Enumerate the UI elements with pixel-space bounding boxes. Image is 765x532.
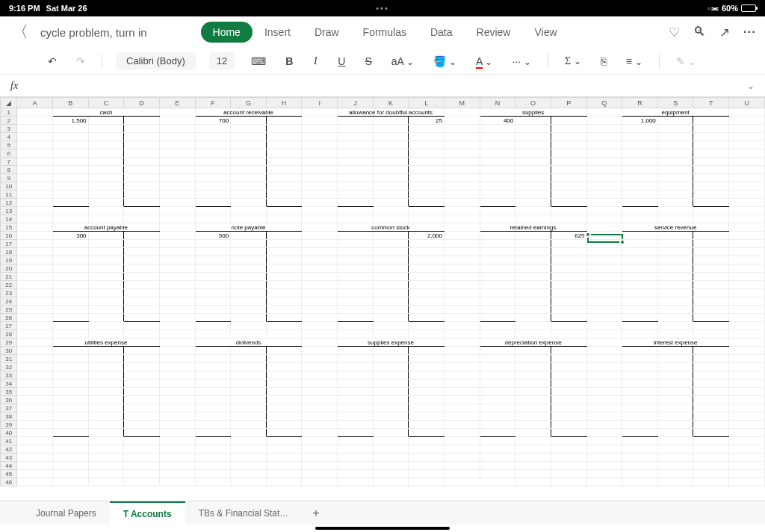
col-header-O[interactable]: O [515, 98, 551, 108]
cell-P9[interactable] [551, 174, 586, 182]
cell-T38[interactable] [693, 412, 729, 421]
cell-Q11[interactable] [586, 191, 622, 199]
cell-D37[interactable] [124, 404, 160, 412]
cell-J12[interactable] [338, 199, 374, 207]
cell-S25[interactable] [657, 306, 693, 314]
cell-C7[interactable] [88, 158, 124, 166]
cell-R6[interactable] [622, 149, 658, 158]
cell-O21[interactable] [515, 273, 551, 281]
cell-T14[interactable] [693, 215, 729, 223]
cell-N14[interactable] [480, 215, 515, 223]
cell-B26[interactable] [52, 314, 88, 322]
cell-Q28[interactable] [586, 330, 622, 338]
cell-G43[interactable] [231, 454, 267, 462]
cell-D4[interactable] [124, 133, 160, 141]
cell-K26[interactable] [373, 314, 409, 322]
cell-B41[interactable] [52, 437, 88, 445]
cell-S41[interactable] [657, 437, 693, 445]
more-icon[interactable]: ··· [743, 25, 756, 40]
cell-I32[interactable] [302, 363, 338, 371]
cell-G26[interactable] [231, 314, 267, 322]
cell-S28[interactable] [657, 330, 693, 338]
cell-P12[interactable] [551, 199, 586, 207]
cell-H27[interactable] [266, 322, 302, 330]
cell-M18[interactable] [444, 248, 480, 256]
cell-N29[interactable]: depreciation expense [480, 338, 586, 347]
cell-U18[interactable] [729, 248, 765, 256]
cell-O19[interactable] [515, 256, 551, 265]
cell-G34[interactable] [231, 380, 267, 388]
cell-T37[interactable] [693, 404, 729, 412]
cell-R7[interactable] [622, 158, 658, 166]
cell-S43[interactable] [657, 454, 693, 462]
cell-L45[interactable] [409, 470, 445, 478]
cell-T32[interactable] [693, 363, 729, 371]
cell-G33[interactable] [231, 371, 267, 380]
cell-G6[interactable] [231, 149, 267, 158]
row-header-16[interactable]: 16 [1, 232, 17, 240]
cell-U38[interactable] [729, 412, 765, 421]
font-select[interactable]: Calibri (Body) [116, 52, 196, 69]
cell-O30[interactable] [515, 347, 551, 355]
cell-D31[interactable] [124, 355, 160, 363]
cell-J18[interactable] [338, 248, 374, 256]
cell-L9[interactable] [409, 174, 445, 182]
cell-M40[interactable] [444, 429, 480, 437]
cell-C26[interactable] [88, 314, 124, 322]
row-header-1[interactable]: 1 [1, 108, 17, 117]
cell-H5[interactable] [266, 141, 302, 149]
cell-N23[interactable] [480, 289, 515, 297]
cell-H24[interactable] [266, 297, 302, 306]
cell-G22[interactable] [231, 281, 267, 289]
cell-B23[interactable] [52, 289, 88, 297]
cell-G3[interactable] [231, 125, 267, 133]
cell-K22[interactable] [373, 281, 409, 289]
cell-I7[interactable] [302, 158, 338, 166]
cell-K38[interactable] [373, 412, 409, 421]
cell-T28[interactable] [693, 330, 729, 338]
cell-H19[interactable] [266, 256, 302, 265]
col-header-R[interactable]: R [622, 98, 658, 108]
cell-M28[interactable] [444, 330, 480, 338]
cell-F28[interactable] [195, 330, 231, 338]
cell-G11[interactable] [231, 191, 267, 199]
col-header-H[interactable]: H [266, 98, 302, 108]
cell-D13[interactable] [124, 207, 160, 215]
cell-D42[interactable] [124, 445, 160, 454]
cell-P13[interactable] [551, 207, 586, 215]
cell-L40[interactable] [409, 429, 445, 437]
cell-L24[interactable] [409, 297, 445, 306]
cell-L33[interactable] [409, 371, 445, 380]
cell-F8[interactable] [195, 166, 231, 174]
cell-P38[interactable] [551, 412, 586, 421]
col-header-C[interactable]: C [88, 98, 124, 108]
cell-I17[interactable] [302, 240, 338, 248]
cell-I45[interactable] [302, 470, 338, 478]
cell-A4[interactable] [17, 133, 53, 141]
cell-E43[interactable] [159, 454, 195, 462]
cell-M10[interactable] [444, 182, 480, 191]
cell-S7[interactable] [657, 158, 693, 166]
cell-R4[interactable] [622, 133, 658, 141]
sheet-tab-journal[interactable]: Journal Papers [22, 502, 110, 525]
cell-P5[interactable] [551, 141, 586, 149]
cell-F12[interactable] [195, 199, 231, 207]
row-header-25[interactable]: 25 [1, 306, 17, 314]
cell-Q1[interactable] [586, 108, 622, 117]
cell-L4[interactable] [409, 133, 445, 141]
add-sheet-button[interactable]: + [302, 501, 329, 526]
cell-O28[interactable] [515, 330, 551, 338]
cell-D17[interactable] [124, 240, 160, 248]
cell-L12[interactable] [409, 199, 445, 207]
cell-C34[interactable] [88, 380, 124, 388]
cell-F38[interactable] [195, 412, 231, 421]
cell-S3[interactable] [657, 125, 693, 133]
cell-T17[interactable] [693, 240, 729, 248]
cell-A39[interactable] [17, 421, 53, 429]
cell-C4[interactable] [88, 133, 124, 141]
cell-H43[interactable] [266, 454, 302, 462]
cell-H9[interactable] [266, 174, 302, 182]
cell-E17[interactable] [159, 240, 195, 248]
cell-J4[interactable] [338, 133, 374, 141]
cell-L26[interactable] [409, 314, 445, 322]
